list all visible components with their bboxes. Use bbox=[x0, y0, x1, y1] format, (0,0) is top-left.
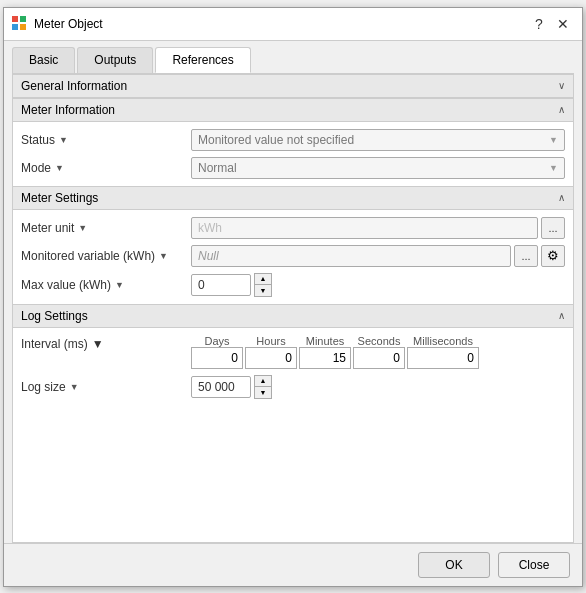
log-size-input[interactable]: 50 000 bbox=[191, 376, 251, 398]
meter-unit-label: Meter unit ▼ bbox=[21, 221, 191, 235]
dialog-title: Meter Object bbox=[34, 17, 103, 31]
mode-select-arrow: ▼ bbox=[549, 163, 558, 173]
meter-settings-chevron: ∧ bbox=[558, 192, 565, 203]
log-size-spinner: ▲ ▼ bbox=[254, 375, 272, 399]
meter-info-content: Status ▼ Monitored value not specified ▼… bbox=[13, 122, 573, 186]
log-size-spin-up[interactable]: ▲ bbox=[255, 376, 271, 387]
monitored-variable-row: Monitored variable (kWh) ▼ Null ... ⚙ bbox=[13, 242, 573, 270]
meter-unit-control: kWh ... bbox=[191, 217, 565, 239]
footer: OK Close bbox=[4, 543, 582, 586]
svg-rect-0 bbox=[12, 16, 18, 22]
tab-content: General Information ∨ Meter Information … bbox=[12, 73, 574, 543]
interval-header-milliseconds: Milliseconds bbox=[407, 335, 479, 347]
ok-button[interactable]: OK bbox=[418, 552, 490, 578]
interval-seconds[interactable]: 0 bbox=[353, 347, 405, 369]
interval-arrow[interactable]: ▼ bbox=[92, 337, 104, 351]
svg-rect-3 bbox=[20, 24, 26, 30]
meter-info-chevron: ∧ bbox=[558, 104, 565, 115]
tabs-row: Basic Outputs References bbox=[4, 41, 582, 73]
tab-basic[interactable]: Basic bbox=[12, 47, 75, 73]
monitored-variable-input[interactable]: Null bbox=[191, 245, 511, 267]
close-button[interactable]: Close bbox=[498, 552, 570, 578]
log-size-control: 50 000 ▲ ▼ bbox=[191, 375, 565, 399]
meter-unit-arrow[interactable]: ▼ bbox=[78, 223, 87, 233]
title-bar-left: Meter Object bbox=[12, 16, 103, 32]
interval-label: Interval (ms) ▼ bbox=[21, 335, 191, 351]
tab-outputs[interactable]: Outputs bbox=[77, 47, 153, 73]
log-size-spin-down[interactable]: ▼ bbox=[255, 387, 271, 398]
log-settings-header[interactable]: Log Settings ∧ bbox=[13, 304, 573, 328]
meter-info-label: Meter Information bbox=[21, 103, 115, 117]
svg-rect-1 bbox=[20, 16, 26, 22]
monitored-variable-settings-button[interactable]: ⚙ bbox=[541, 245, 565, 267]
mode-select[interactable]: Normal ▼ bbox=[191, 157, 565, 179]
max-value-spin-down[interactable]: ▼ bbox=[255, 285, 271, 296]
max-value-spin-up[interactable]: ▲ bbox=[255, 274, 271, 285]
interval-header-seconds: Seconds bbox=[353, 335, 405, 347]
dialog: Meter Object ? ✕ Basic Outputs Reference… bbox=[3, 7, 583, 587]
meter-unit-ellipsis-button[interactable]: ... bbox=[541, 217, 565, 239]
help-button[interactable]: ? bbox=[528, 14, 550, 34]
mode-dropdown-arrow[interactable]: ▼ bbox=[55, 163, 64, 173]
meter-settings-label: Meter Settings bbox=[21, 191, 98, 205]
general-info-header[interactable]: General Information ∨ bbox=[13, 74, 573, 98]
interval-hours[interactable]: 0 bbox=[245, 347, 297, 369]
title-buttons: ? ✕ bbox=[528, 14, 574, 34]
meter-info-header[interactable]: Meter Information ∧ bbox=[13, 98, 573, 122]
log-settings-chevron: ∧ bbox=[558, 310, 565, 321]
title-bar: Meter Object ? ✕ bbox=[4, 8, 582, 41]
monitored-variable-label: Monitored variable (kWh) ▼ bbox=[21, 249, 191, 263]
monitored-variable-arrow[interactable]: ▼ bbox=[159, 251, 168, 261]
close-title-button[interactable]: ✕ bbox=[552, 14, 574, 34]
max-value-arrow[interactable]: ▼ bbox=[115, 280, 124, 290]
meter-settings-content: Meter unit ▼ kWh ... Monitored variable … bbox=[13, 210, 573, 304]
monitored-variable-control: Null ... ⚙ bbox=[191, 245, 565, 267]
general-info-label: General Information bbox=[21, 79, 127, 93]
status-dropdown-arrow[interactable]: ▼ bbox=[59, 135, 68, 145]
log-size-label: Log size ▼ bbox=[21, 380, 191, 394]
interval-values: 0 0 15 0 0 bbox=[191, 347, 479, 369]
status-label: Status ▼ bbox=[21, 133, 191, 147]
interval-header-hours: Hours bbox=[245, 335, 297, 347]
interval-days[interactable]: 0 bbox=[191, 347, 243, 369]
svg-rect-2 bbox=[12, 24, 18, 30]
log-settings-label: Log Settings bbox=[21, 309, 88, 323]
meter-unit-input[interactable]: kWh bbox=[191, 217, 538, 239]
tab-references[interactable]: References bbox=[155, 47, 250, 73]
interval-grid: Days Hours Minutes Seconds Milliseconds … bbox=[191, 335, 479, 369]
interval-label-row: Interval (ms) ▼ Days Hours Minutes Secon… bbox=[21, 335, 565, 369]
max-value-label: Max value (kWh) ▼ bbox=[21, 278, 191, 292]
interval-minutes[interactable]: 15 bbox=[299, 347, 351, 369]
general-info-chevron: ∨ bbox=[558, 80, 565, 91]
meter-icon bbox=[12, 16, 28, 32]
interval-header-minutes: Minutes bbox=[299, 335, 351, 347]
log-size-arrow[interactable]: ▼ bbox=[70, 382, 79, 392]
mode-row: Mode ▼ Normal ▼ bbox=[13, 154, 573, 182]
max-value-control: 0 ▲ ▼ bbox=[191, 273, 565, 297]
mode-label: Mode ▼ bbox=[21, 161, 191, 175]
status-select-arrow: ▼ bbox=[549, 135, 558, 145]
max-value-spinner: ▲ ▼ bbox=[254, 273, 272, 297]
status-row: Status ▼ Monitored value not specified ▼ bbox=[13, 126, 573, 154]
max-value-input[interactable]: 0 bbox=[191, 274, 251, 296]
status-select[interactable]: Monitored value not specified ▼ bbox=[191, 129, 565, 151]
mode-control: Normal ▼ bbox=[191, 157, 565, 179]
meter-unit-row: Meter unit ▼ kWh ... bbox=[13, 214, 573, 242]
meter-settings-header[interactable]: Meter Settings ∧ bbox=[13, 186, 573, 210]
content-spacer bbox=[13, 406, 573, 542]
log-settings-content: Interval (ms) ▼ Days Hours Minutes Secon… bbox=[13, 328, 573, 406]
max-value-row: Max value (kWh) ▼ 0 ▲ ▼ bbox=[13, 270, 573, 300]
interval-headers: Days Hours Minutes Seconds Milliseconds bbox=[191, 335, 479, 347]
interval-section: Interval (ms) ▼ Days Hours Minutes Secon… bbox=[13, 332, 573, 372]
log-size-row: Log size ▼ 50 000 ▲ ▼ bbox=[13, 372, 573, 402]
status-control: Monitored value not specified ▼ bbox=[191, 129, 565, 151]
monitored-variable-ellipsis-button[interactable]: ... bbox=[514, 245, 538, 267]
interval-header-days: Days bbox=[191, 335, 243, 347]
interval-milliseconds[interactable]: 0 bbox=[407, 347, 479, 369]
